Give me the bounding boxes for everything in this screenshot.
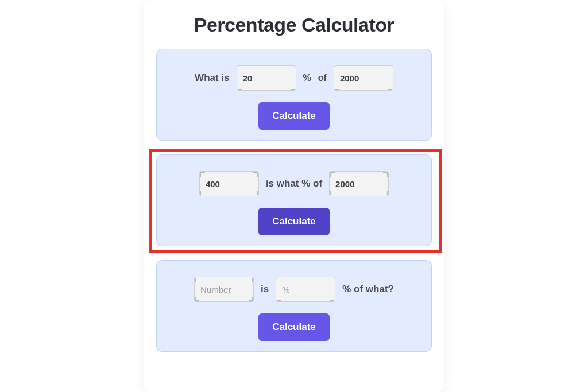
section-percent-of-what: is % of what? Calculate: [156, 260, 432, 352]
label-is: is: [261, 284, 269, 295]
whole-input[interactable]: [329, 171, 389, 196]
calculate-button[interactable]: Calculate: [258, 208, 330, 235]
percent-value-input[interactable]: [276, 277, 335, 302]
button-row: Calculate: [166, 313, 422, 341]
label-percent-sign: %: [303, 73, 311, 83]
field-wrap: [199, 171, 259, 196]
button-row: Calculate: [166, 208, 422, 235]
part-input[interactable]: [199, 171, 259, 196]
label-percent-of-what: % of what?: [342, 284, 394, 295]
field-wrap: [194, 277, 254, 302]
number-input[interactable]: [194, 277, 254, 302]
label-what-is: What is: [195, 72, 229, 84]
button-row: Calculate: [166, 102, 422, 130]
calculate-button[interactable]: Calculate: [258, 102, 330, 130]
label-is-what-percent-of: is what % of: [266, 178, 322, 189]
label-of: of: [318, 73, 327, 83]
section-is-what-percent: is what % of Calculate: [156, 154, 432, 246]
field-wrap: [276, 277, 335, 302]
page-title: Percentage Calculator: [156, 14, 432, 36]
row-percent-of-what: is % of what?: [166, 277, 422, 302]
field-wrap: [334, 65, 393, 91]
section-percent-of: What is % of Calculate: [156, 49, 432, 141]
field-wrap: [329, 171, 389, 196]
row-is-what-percent: is what % of: [166, 171, 422, 196]
calculator-card: Percentage Calculator What is % of Calcu…: [144, 0, 444, 392]
percent-input[interactable]: [237, 65, 296, 91]
row-percent-of: What is % of: [166, 65, 422, 91]
field-wrap: [237, 65, 296, 91]
calculate-button[interactable]: Calculate: [258, 313, 330, 341]
base-input[interactable]: [334, 65, 393, 91]
